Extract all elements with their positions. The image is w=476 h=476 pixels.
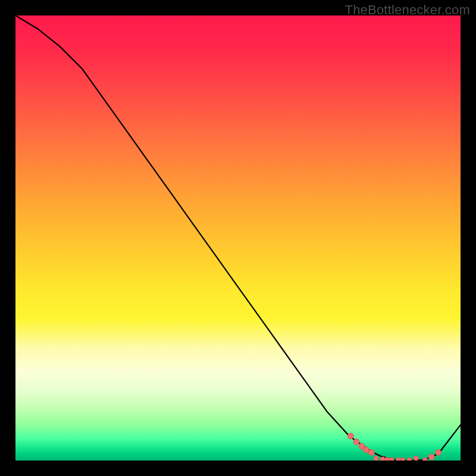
data-marker [389,458,394,461]
data-marker [422,458,427,461]
data-marker [380,457,385,461]
chart-svg [15,15,461,461]
data-marker [428,454,434,460]
data-marker [407,458,412,461]
data-marker [396,458,400,461]
data-marker [363,447,369,453]
data-marker [347,433,353,439]
data-marker [400,458,405,461]
chart-container [15,15,461,461]
data-marker [374,456,378,461]
data-marker [385,458,390,461]
data-marker [436,450,441,456]
data-markers [347,433,441,461]
data-marker [353,439,359,445]
plot-area [15,15,461,461]
data-marker [368,450,374,456]
data-marker [414,456,418,461]
bottleneck-curve [15,15,461,461]
watermark-text: TheBottlenecker.com [345,2,470,18]
